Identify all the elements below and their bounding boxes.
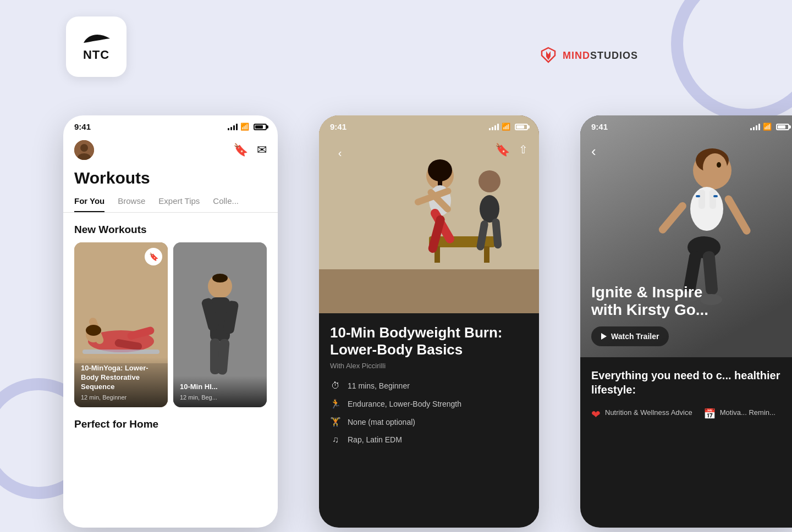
calendar-icon: 📅 [703, 408, 716, 420]
phone-1: 9:41 📶 🔖 ✉ Workou [63, 115, 278, 528]
mindstudios-logo: MINDSTUDIOS [540, 47, 638, 64]
phone3-status-bar: 9:41 📶 [580, 115, 792, 136]
heart-icon: ❤ [591, 408, 601, 421]
phone2-duration: ⏱ 11 mins, Beginner [330, 381, 528, 391]
svg-point-36 [479, 170, 501, 192]
mindstudios-text: MINDSTUDIOS [563, 50, 638, 62]
svg-rect-45 [710, 190, 716, 209]
svg-rect-46 [696, 195, 700, 197]
phone2-content: 10-Min Bodyweight Burn: Lower-Body Basic… [319, 313, 539, 463]
phone3-back-nav: ‹ [591, 143, 596, 160]
music-icon: ♫ [330, 435, 341, 445]
workout-cards-row: 🔖 10-MinYoga: Lower-Body Restorative Seq… [63, 242, 278, 407]
clock-icon: ⏱ [330, 381, 341, 391]
phone2-status-bar: 9:41 📶 [319, 115, 539, 136]
phone2-equipment: 🏋 None (mat optional) [330, 417, 528, 427]
phone3-bottom: Everything you need to c... healthier li… [580, 357, 792, 432]
svg-rect-47 [713, 195, 718, 197]
phone2-type: 🏃 Endurance, Lower-Body Strength [330, 398, 528, 409]
tab-collections[interactable]: Colle... [213, 196, 239, 212]
hiit-card-title: 10-Min HI... [180, 383, 260, 392]
svg-point-55 [703, 153, 727, 182]
phone3-wifi-icon: 📶 [763, 123, 772, 131]
svg-point-1 [80, 144, 88, 152]
phone3-back-icon[interactable]: ‹ [591, 143, 596, 160]
phone3-feature-nutrition: ❤ Nutrition & Wellness Advice [591, 408, 692, 421]
yoga-card-sub: 12 min, Beginner [81, 394, 161, 401]
phone3-feature-reminders: 📅 Motiva... Remin... [703, 408, 776, 421]
phone1-wifi-icon: 📶 [240, 123, 249, 131]
phone1-time: 9:41 [74, 122, 91, 131]
phone2-share-icon[interactable]: ⇧ [519, 143, 528, 163]
new-workouts-title: New Workouts [63, 213, 278, 242]
phone3-battery [776, 124, 789, 130]
phone1-title: Workouts [63, 167, 278, 196]
svg-rect-27 [484, 246, 490, 263]
avatar-image [74, 140, 94, 160]
running-icon: 🏃 [330, 398, 341, 409]
phone3-title-overlay: Ignite & Inspirewith Kirsty Go... Watch … [591, 284, 789, 346]
yoga-card-title: 10-MinYoga: Lower-Body Restorative Seque… [81, 364, 161, 392]
phone1-status-bar: 9:41 📶 [63, 115, 278, 136]
phone2-duration-text: 11 mins, Beginner [348, 381, 410, 390]
tab-expert-tips[interactable]: Expert Tips [158, 196, 200, 212]
tab-browse[interactable]: Browse [118, 196, 145, 212]
phone3-bottom-text: Everything you need to c... healthier li… [591, 368, 789, 397]
phone1-tabs: For You Browse Expert Tips Colle... [63, 196, 278, 213]
phone2-battery [515, 124, 528, 130]
phone2-status-icons: 📶 [489, 123, 528, 131]
play-icon [601, 333, 607, 340]
hiit-card-sub: 12 min, Beg... [180, 394, 260, 401]
phone3-status-icons: 📶 [750, 123, 789, 131]
phone1-header: 🔖 ✉ [63, 136, 278, 167]
svg-rect-23 [319, 269, 539, 313]
nike-swoosh-icon [82, 31, 110, 48]
phone1-status-icons: 📶 [228, 123, 267, 131]
ntc-label: NTC [83, 48, 109, 62]
phone-3: 9:41 📶 ‹ Ignite & Inspirewith Kir [580, 115, 792, 528]
yoga-card[interactable]: 🔖 10-MinYoga: Lower-Body Restorative Seq… [74, 242, 168, 407]
phone2-signal [489, 124, 499, 130]
phone2-nav: ‹ 🔖 ⇧ [319, 143, 539, 163]
bg-curve-top-right [671, 0, 792, 121]
bookmark-icon[interactable]: 🔖 [233, 143, 248, 157]
svg-point-11 [86, 325, 101, 336]
tab-for-you[interactable]: For You [74, 196, 105, 212]
hiit-card-overlay: 10-Min HI... 12 min, Beg... [173, 376, 267, 407]
phone3-signal [750, 124, 760, 130]
nike-logo-card: NTC [66, 16, 127, 77]
perfect-home-title: Perfect for Home [63, 407, 278, 435]
phone2-bookmark-icon[interactable]: 🔖 [495, 143, 510, 163]
phone1-header-actions: 🔖 ✉ [233, 143, 267, 157]
equipment-icon: 🏋 [330, 417, 341, 427]
phone-2: ‹ 🔖 ⇧ 9:41 📶 10 [319, 115, 539, 528]
phone2-wifi-icon: 📶 [502, 123, 510, 131]
phone2-workout-title: 10-Min Bodyweight Burn: Lower-Body Basic… [330, 324, 528, 358]
svg-point-56 [717, 162, 721, 168]
phone2-time: 9:41 [330, 122, 346, 131]
phone3-nutrition-text: Nutrition & Wellness Advice [605, 408, 692, 418]
phone3-features: ❤ Nutrition & Wellness Advice 📅 Motiva..… [591, 408, 789, 421]
watch-trailer-button[interactable]: Watch Trailer [591, 326, 669, 346]
phone2-instructor: With Alex Piccirilli [330, 362, 528, 370]
phone2-nav-right: 🔖 ⇧ [495, 143, 528, 163]
phone2-back-icon[interactable]: ‹ [330, 143, 350, 163]
phone1-signal [228, 124, 238, 130]
phone2-music: ♫ Rap, Latin EDM [330, 435, 528, 445]
phone1-battery [254, 124, 267, 130]
phone1-avatar[interactable] [74, 140, 94, 160]
phone3-time: 9:41 [591, 122, 608, 131]
mail-icon[interactable]: ✉ [257, 143, 267, 157]
hiit-card[interactable]: 10-Min HI... 12 min, Beg... [173, 242, 267, 407]
svg-point-43 [690, 187, 723, 231]
phone3-hero: 9:41 📶 ‹ Ignite & Inspirewith Kir [580, 115, 792, 357]
svg-point-20 [212, 274, 228, 282]
svg-rect-44 [698, 190, 705, 209]
watch-trailer-label: Watch Trailer [611, 332, 659, 341]
phone3-reminders-text: Motiva... Remin... [720, 408, 776, 418]
yoga-card-overlay: 10-MinYoga: Lower-Body Restorative Seque… [74, 357, 168, 407]
phone2-music-text: Rap, Latin EDM [348, 435, 402, 444]
yoga-card-bookmark[interactable]: 🔖 [145, 248, 162, 265]
phone3-title: Ignite & Inspirewith Kirsty Go... [591, 284, 789, 319]
phone2-type-text: Endurance, Lower-Body Strength [348, 400, 461, 408]
